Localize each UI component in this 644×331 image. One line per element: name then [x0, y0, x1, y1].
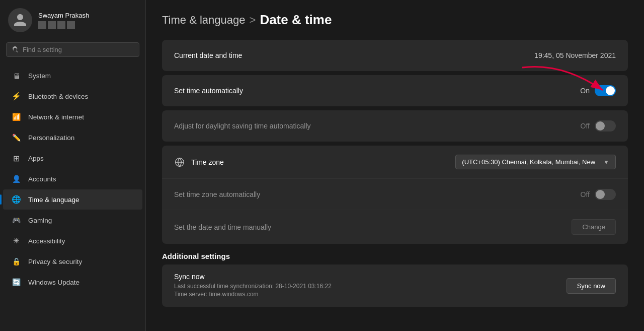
- additional-settings-header: Additional settings: [162, 252, 628, 260]
- user-info: Swayam Prakash: [38, 12, 89, 29]
- search-icon: [12, 46, 19, 53]
- chevron-down-icon: ▼: [603, 159, 609, 166]
- timezone-dropdown[interactable]: (UTC+05:30) Chennai, Kolkata, Mumbai, Ne…: [455, 155, 616, 169]
- sidebar-item-label: Windows Update: [28, 279, 79, 286]
- sidebar-item-time[interactable]: Time & language: [3, 189, 142, 210]
- set-time-auto-section: Set time automatically On: [162, 75, 628, 106]
- toggle-knob-zone: [596, 190, 605, 199]
- set-time-auto-text: On: [580, 87, 590, 95]
- set-manual-value: Change: [572, 219, 616, 235]
- set-manual-row[interactable]: Set the date and time manually Change: [162, 210, 628, 244]
- bluetooth-icon: [11, 91, 21, 101]
- nav-items: System Bluetooth & devices Network & int…: [0, 63, 145, 331]
- privacy-icon: [11, 256, 21, 267]
- sidebar-item-label: System: [28, 72, 51, 80]
- current-time-text: 19:45, 05 November 2021: [534, 51, 616, 59]
- page-title: Date & time: [260, 12, 332, 28]
- sidebar-item-label: Network & internet: [28, 113, 84, 121]
- daylight-label: Adjust for daylight saving time automati…: [174, 122, 581, 130]
- toggle-knob-daylight: [596, 121, 605, 130]
- system-icon: [11, 71, 21, 81]
- sidebar-item-accounts[interactable]: Accounts: [3, 169, 142, 189]
- sidebar-item-label: Gaming: [28, 217, 52, 224]
- timezone-row[interactable]: Time zone (UTC+05:30) Chennai, Kolkata, …: [162, 146, 628, 179]
- sidebar-item-label: Accessibility: [28, 237, 65, 245]
- sync-row: Sync now Last successful time synchroniz…: [162, 264, 628, 307]
- user-squares: [38, 21, 89, 29]
- current-datetime-value: 19:45, 05 November 2021: [534, 51, 616, 59]
- user-square-4: [67, 21, 75, 29]
- date-time-section: Current date and time 19:45, 05 November…: [162, 40, 628, 71]
- gaming-icon: [11, 215, 21, 225]
- sidebar-item-label: Accounts: [28, 175, 56, 183]
- breadcrumb-parent[interactable]: Time & language: [162, 14, 246, 27]
- timezone-value: (UTC+05:30) Chennai, Kolkata, Mumbai, Ne…: [455, 155, 616, 169]
- set-time-auto-row[interactable]: Set time automatically On: [162, 75, 628, 106]
- set-zone-auto-toggle[interactable]: [595, 189, 616, 200]
- sidebar-item-personalization[interactable]: Personalization: [3, 127, 142, 148]
- update-icon: [11, 277, 21, 287]
- sidebar-item-label: Personalization: [28, 134, 74, 142]
- time-icon: [11, 194, 21, 205]
- sync-now-button[interactable]: Sync now: [567, 278, 616, 294]
- personalization-icon: [11, 133, 21, 143]
- sidebar-item-bluetooth[interactable]: Bluetooth & devices: [3, 86, 142, 106]
- set-zone-auto-label: Set time zone automatically: [174, 190, 581, 198]
- daylight-row[interactable]: Adjust for daylight saving time automati…: [162, 110, 628, 142]
- current-datetime-label: Current date and time: [174, 51, 534, 59]
- sidebar-item-gaming[interactable]: Gaming: [3, 210, 142, 230]
- current-datetime-row: Current date and time 19:45, 05 November…: [162, 40, 628, 71]
- sidebar-item-network[interactable]: Network & internet: [3, 107, 142, 127]
- sidebar-item-label: Apps: [28, 155, 44, 162]
- sidebar-item-apps[interactable]: Apps: [3, 148, 142, 168]
- set-zone-auto-text: Off: [581, 190, 590, 198]
- daylight-section: Adjust for daylight saving time automati…: [162, 110, 628, 142]
- username: Swayam Prakash: [38, 12, 89, 19]
- set-time-auto-value: On: [580, 85, 616, 96]
- user-square-2: [48, 21, 56, 29]
- set-time-auto-label: Set time automatically: [174, 87, 580, 95]
- apps-icon: [11, 153, 21, 163]
- sidebar-item-label: Bluetooth & devices: [28, 93, 88, 100]
- sidebar-item-label: Time & language: [28, 196, 79, 204]
- sidebar-item-update[interactable]: Windows Update: [3, 272, 142, 292]
- daylight-toggle[interactable]: [595, 120, 616, 131]
- timezone-label: Time zone: [174, 157, 455, 168]
- sync-info: Sync now Last successful time synchroniz…: [174, 273, 567, 299]
- breadcrumb: Time & language > Date & time: [162, 12, 628, 28]
- toggle-knob: [606, 86, 615, 95]
- network-icon: [11, 112, 21, 122]
- user-profile[interactable]: Swayam Prakash: [0, 0, 145, 38]
- timezone-icon: [174, 157, 185, 168]
- sidebar-item-label: Privacy & security: [28, 258, 82, 266]
- user-square-3: [57, 21, 65, 29]
- search-input[interactable]: [23, 46, 134, 53]
- breadcrumb-separator: >: [250, 14, 256, 27]
- set-zone-auto-value: Off: [581, 189, 616, 200]
- timezone-section: Time zone (UTC+05:30) Chennai, Kolkata, …: [162, 146, 628, 244]
- sidebar-item-privacy[interactable]: Privacy & security: [3, 251, 142, 272]
- sync-sub2: Time server: time.windows.com: [174, 291, 567, 298]
- sidebar-item-system[interactable]: System: [3, 65, 142, 86]
- sync-section: Sync now Last successful time synchroniz…: [162, 264, 628, 307]
- sidebar-item-accessibility[interactable]: Accessibility: [3, 231, 142, 251]
- user-avatar-icon: [13, 13, 28, 28]
- set-manual-label: Set the date and time manually: [174, 223, 572, 231]
- daylight-text: Off: [581, 122, 590, 130]
- timezone-text: (UTC+05:30) Chennai, Kolkata, Mumbai, Ne…: [462, 158, 595, 166]
- accessibility-icon: [11, 236, 21, 246]
- sync-sub1: Last successful time synchronization: 28…: [174, 283, 567, 290]
- user-square-1: [38, 21, 46, 29]
- change-button[interactable]: Change: [572, 219, 616, 235]
- sync-title: Sync now: [174, 273, 567, 281]
- sidebar: Swayam Prakash System Bluetooth & device…: [0, 0, 146, 331]
- accounts-icon: [11, 174, 21, 184]
- daylight-value: Off: [581, 120, 616, 131]
- set-zone-auto-row[interactable]: Set time zone automatically Off: [162, 179, 628, 210]
- search-box[interactable]: [6, 42, 139, 57]
- set-time-auto-toggle[interactable]: [595, 85, 616, 96]
- main-content: Time & language > Date & time Current da…: [146, 0, 644, 331]
- avatar: [8, 8, 32, 32]
